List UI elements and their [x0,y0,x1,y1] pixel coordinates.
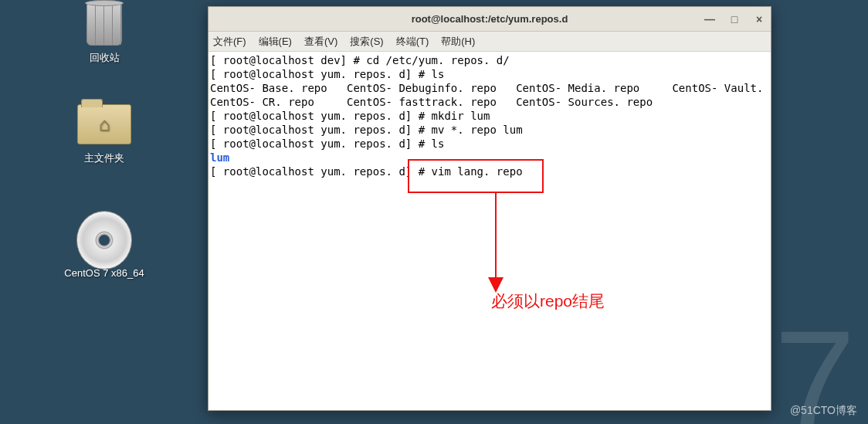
desktop-icon-trash[interactable]: 回收站 [62,0,147,65]
home-label: 主文件夹 [84,151,124,165]
annotation-text: 必须以repo结尾 [491,294,605,308]
folder-icon: ⌂ [76,100,132,148]
terminal-body[interactable]: [ root@localhost dev] # cd /etc/yum. rep… [209,52,771,410]
disc-icon [76,216,132,264]
term-line: [ root@localhost yum. repos. d] # ls [210,137,444,150]
term-line: [ root@localhost yum. repos. d] # mv *. … [210,124,523,136]
trash-label: 回收站 [90,51,120,65]
term-line: [ root@localhost dev] # cd /etc/yum. rep… [210,54,510,66]
menu-edit[interactable]: 编辑(E) [259,35,292,49]
menu-search[interactable]: 搜索(S) [350,35,383,49]
annotation-arrow [209,157,771,311]
trash-icon [76,0,132,48]
desktop-icon-home[interactable]: ⌂ 主文件夹 [62,100,147,165]
home-icon: ⌂ [99,114,110,135]
desktop-icon-cd[interactable]: CentOS 7 x86_64 [54,216,154,279]
term-line: CentOS- CR. repo CentOS- fasttrack. repo… [210,96,653,108]
term-line: [ root@localhost yum. repos. d] # ls [210,68,444,80]
term-line: [ root@localhost yum. repos. d] # mkdir … [210,110,490,122]
annotation-layer: 必须以repo结尾 [209,157,771,212]
menu-terminal[interactable]: 终端(T) [396,35,429,49]
watermark: @51CTO博客 [790,404,857,418]
maximize-button[interactable]: □ [727,13,741,25]
term-line: CentOS- Base. repo CentOS- Debuginfo. re… [210,82,771,94]
menu-file[interactable]: 文件(F) [213,35,246,49]
titlebar[interactable]: root@localhost:/etc/yum.repos.d — □ × [209,7,771,32]
menu-help[interactable]: 帮助(H) [441,35,475,49]
menu-view[interactable]: 查看(V) [304,35,337,49]
window-title: root@localhost:/etc/yum.repos.d [412,13,568,25]
terminal-window: root@localhost:/etc/yum.repos.d — □ × 文件… [208,6,771,411]
menubar: 文件(F) 编辑(E) 查看(V) 搜索(S) 终端(T) 帮助(H) [209,32,771,52]
close-button[interactable]: × [752,13,766,25]
minimize-button[interactable]: — [703,13,717,25]
